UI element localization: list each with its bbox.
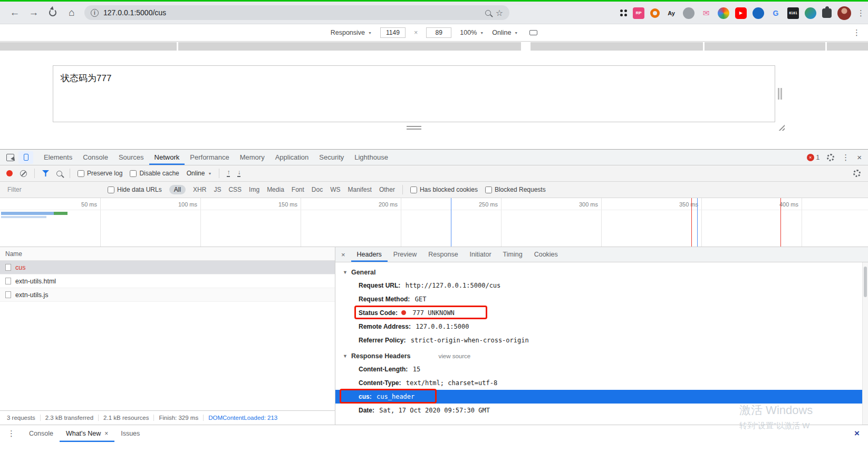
- details-scrollbar[interactable]: [862, 262, 868, 425]
- drawer-close-icon[interactable]: ×: [854, 428, 868, 439]
- request-row[interactable]: cus: [0, 261, 335, 274]
- extension-icon-dots[interactable]: [620, 9, 627, 16]
- extension-icon-colorwheel[interactable]: [718, 7, 729, 19]
- devtools-close-icon[interactable]: ×: [857, 153, 862, 162]
- export-har-icon[interactable]: ↓: [237, 170, 240, 177]
- header-field-cus-highlighted[interactable]: cus: cus_header: [335, 390, 862, 404]
- extension-icon-ring[interactable]: [650, 8, 660, 18]
- tab-network[interactable]: Network: [149, 150, 185, 165]
- close-details-icon[interactable]: ×: [335, 251, 351, 259]
- bottom-drag-handle[interactable]: [407, 126, 421, 130]
- preserve-log-box[interactable]: [78, 170, 84, 177]
- blocked-requests-checkbox[interactable]: Blocked Requests: [485, 186, 546, 193]
- scrollbar-thumb[interactable]: [864, 267, 867, 297]
- tab-security[interactable]: Security: [314, 150, 349, 165]
- viewport-width-input[interactable]: [380, 27, 406, 38]
- response-headers-section-header[interactable]: ▼ Response Headers view source: [335, 352, 868, 360]
- hide-data-urls-box[interactable]: [108, 186, 114, 193]
- tab-performance[interactable]: Performance: [185, 150, 234, 165]
- drawer-tab-issues[interactable]: Issues: [114, 425, 146, 442]
- filter-funnel-icon[interactable]: [42, 170, 49, 176]
- drawer-tab-console[interactable]: Console: [23, 425, 60, 442]
- tab-preview[interactable]: Preview: [388, 247, 422, 262]
- filter-type-js[interactable]: JS: [214, 186, 221, 193]
- hide-data-urls-checkbox[interactable]: Hide data URLs: [108, 186, 162, 193]
- inspect-element-icon[interactable]: [6, 154, 14, 161]
- disable-cache-box[interactable]: [130, 170, 137, 177]
- address-bar[interactable]: i 127.0.0.1:5000/cus ☆: [84, 5, 509, 20]
- tab-lighthouse[interactable]: Lighthouse: [349, 150, 393, 165]
- tab-headers[interactable]: Headers: [351, 247, 388, 262]
- filter-type-font[interactable]: Font: [292, 186, 304, 193]
- extension-icon-youtube[interactable]: ▶: [735, 7, 747, 19]
- viewport-height-input[interactable]: [426, 27, 451, 38]
- resize-corner-handle[interactable]: [778, 124, 785, 131]
- tab-elements[interactable]: Elements: [38, 150, 78, 165]
- network-search-icon[interactable]: [56, 171, 62, 176]
- extension-icon-rp[interactable]: RP: [633, 7, 644, 19]
- device-mode-dropdown[interactable]: Responsive ▼: [331, 29, 372, 36]
- extensions-puzzle-icon[interactable]: [822, 8, 832, 18]
- request-row[interactable]: extn-utils.js: [0, 288, 335, 302]
- extension-icon-binary[interactable]: 0101: [787, 7, 799, 19]
- bookmark-star-icon[interactable]: ☆: [496, 8, 503, 18]
- tab-memory[interactable]: Memory: [235, 150, 270, 165]
- home-icon[interactable]: ⌂: [62, 4, 81, 22]
- network-settings-gear-icon[interactable]: [853, 170, 861, 177]
- extension-icon-blue[interactable]: [753, 7, 764, 19]
- disable-cache-checkbox[interactable]: Disable cache: [130, 170, 179, 177]
- view-source-link[interactable]: view source: [438, 353, 470, 359]
- error-badge[interactable]: × 1: [807, 154, 820, 161]
- filter-type-media[interactable]: Media: [267, 186, 284, 193]
- throttling-dropdown[interactable]: Online ▼: [492, 29, 518, 36]
- extension-icon-ay[interactable]: Ay: [666, 7, 677, 19]
- drawer-tab-whats-new[interactable]: What's New ×: [60, 425, 114, 442]
- extension-icon-globe[interactable]: [805, 7, 816, 19]
- filter-type-css[interactable]: CSS: [228, 186, 242, 193]
- filter-type-doc[interactable]: Doc: [312, 186, 323, 193]
- device-toolbar-menu-icon[interactable]: ⋮: [853, 28, 861, 37]
- drawer-menu-icon[interactable]: ⋮: [0, 429, 23, 438]
- requests-name-header[interactable]: Name: [0, 247, 335, 261]
- devtools-settings-gear-icon[interactable]: [827, 154, 834, 161]
- forward-icon[interactable]: →: [24, 4, 43, 22]
- page-info-icon[interactable]: i: [91, 9, 99, 17]
- tab-cookies[interactable]: Cookies: [528, 247, 564, 262]
- tab-timing[interactable]: Timing: [497, 247, 528, 262]
- filter-type-all[interactable]: All: [169, 185, 186, 194]
- profile-avatar[interactable]: [837, 6, 851, 20]
- back-icon[interactable]: ←: [5, 4, 24, 22]
- extension-icon-gray[interactable]: [683, 7, 695, 19]
- filter-type-ws[interactable]: WS: [330, 186, 340, 193]
- blocked-cookies-checkbox[interactable]: Has blocked cookies: [410, 186, 478, 193]
- request-row[interactable]: extn-utils.html: [0, 274, 335, 288]
- tab-response[interactable]: Response: [422, 247, 464, 262]
- network-throttling-dropdown[interactable]: Online ▼: [187, 170, 212, 177]
- general-section-header[interactable]: ▼ General: [335, 269, 868, 276]
- blocked-requests-box[interactable]: [485, 186, 492, 193]
- extension-icon-translate[interactable]: G: [770, 7, 782, 19]
- filter-type-other[interactable]: Other: [379, 186, 395, 193]
- browser-menu-icon[interactable]: ⋮: [857, 8, 865, 18]
- filter-type-manifest[interactable]: Manifest: [348, 186, 372, 193]
- page-textarea[interactable]: 状态码为777: [53, 65, 775, 122]
- record-icon[interactable]: [6, 170, 13, 176]
- url-text[interactable]: 127.0.0.1:5000/cus: [103, 8, 480, 17]
- extension-icon-mail[interactable]: ✉: [700, 7, 712, 19]
- tab-sources[interactable]: Sources: [113, 150, 149, 165]
- reload-icon[interactable]: [43, 4, 62, 22]
- import-har-icon[interactable]: ↑: [227, 170, 230, 177]
- preserve-log-checkbox[interactable]: Preserve log: [78, 170, 122, 177]
- devtools-menu-icon[interactable]: ⋮: [842, 153, 850, 162]
- blocked-cookies-box[interactable]: [410, 186, 417, 193]
- close-tab-icon[interactable]: ×: [104, 430, 108, 437]
- tab-console[interactable]: Console: [78, 150, 113, 165]
- filter-type-img[interactable]: Img: [249, 186, 259, 193]
- zoom-dropdown[interactable]: 100% ▼: [460, 29, 484, 36]
- tab-application[interactable]: Application: [270, 150, 314, 165]
- zoom-icon[interactable]: [485, 10, 491, 16]
- filter-type-xhr[interactable]: XHR: [193, 186, 206, 193]
- right-drag-handle[interactable]: [778, 88, 782, 100]
- device-toolbar-toggle-icon[interactable]: [18, 151, 33, 164]
- rotate-viewport-icon[interactable]: [529, 30, 537, 35]
